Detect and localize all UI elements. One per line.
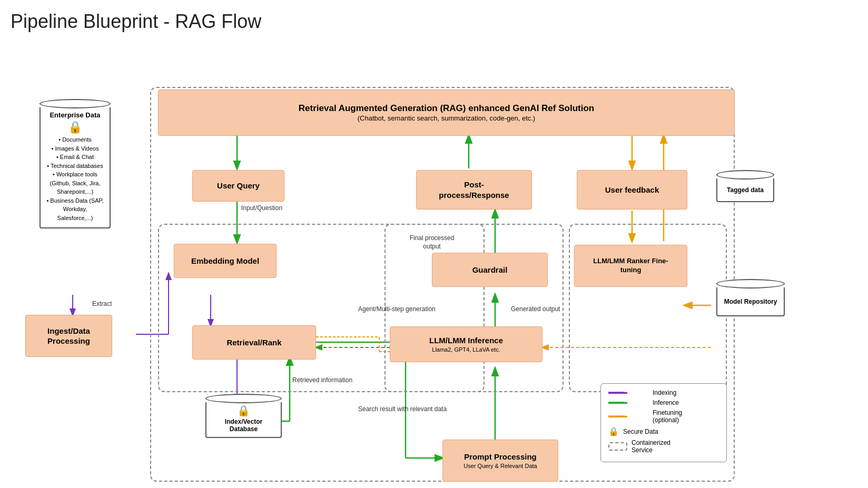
- green-line-icon: [608, 402, 627, 404]
- ingest-data-box: Ingest/Data Processing: [25, 315, 112, 357]
- enterprise-data-title: Enterprise Data: [45, 111, 105, 119]
- llm-ranker-box: LLM/LMM Ranker Fine- tuning: [574, 245, 687, 287]
- retrieval-rank-box: Retrieval/Rank: [192, 325, 316, 360]
- post-process-box: Post- process/Response: [416, 170, 532, 210]
- dashed-box-icon: [608, 442, 627, 451]
- legend-finetuning: Finetuning (optional): [608, 409, 719, 424]
- tagged-data-cylinder: Tagged data: [716, 170, 774, 202]
- legend-secure-data: 🔒 Secure Data: [608, 426, 719, 436]
- prompt-processing-box: Prompt Processing User Query & Relevant …: [442, 440, 558, 482]
- embedding-model-box: Embedding Model: [174, 244, 277, 278]
- legend-box: Indexing Inference Finetuning (optional)…: [600, 383, 727, 462]
- model-repo-label: Model Repository: [724, 298, 777, 305]
- user-feedback-box: User feedback: [577, 170, 687, 210]
- svg-marker-26: [623, 392, 627, 393]
- enterprise-data-cylinder: Enterprise Data 🔒 • Documents • Images &…: [40, 99, 111, 228]
- svg-marker-30: [623, 415, 627, 417]
- page-title: Pipeline Blueprint - RAG Flow: [11, 11, 857, 33]
- retrieved-info-label: Retrieved information: [292, 376, 352, 385]
- llm-inference-box: LLM/LMM Inference Llama2, GPT4, LLaVA et…: [390, 326, 542, 362]
- purple-line-icon: [608, 392, 627, 394]
- diagram: Retrieval Augmented Generation (RAG) enh…: [11, 42, 843, 484]
- legend-indexing: Indexing: [608, 389, 719, 396]
- legend-containerized: Containerized Service: [608, 439, 719, 454]
- index-lock-icon: 🔒: [237, 404, 250, 417]
- tagged-data-label: Tagged data: [727, 186, 764, 194]
- model-repo-cylinder: Model Repository: [716, 279, 785, 316]
- svg-marker-28: [623, 402, 627, 403]
- guardrail-box: Guardrail: [432, 253, 548, 287]
- final-processed-label: Final processed output: [400, 234, 463, 251]
- enterprise-data-items: • Documents • Images & Videos • Email & …: [45, 134, 105, 223]
- lock-legend-icon: 🔒: [608, 426, 619, 436]
- lock-icon: 🔒: [45, 121, 105, 134]
- input-question-label: Input/Question: [241, 204, 282, 213]
- legend-inference: Inference: [608, 399, 719, 406]
- search-result-label: Search result with relevant data: [358, 405, 447, 414]
- index-vector-cylinder: 🔒 Index/Vector Database: [205, 394, 282, 438]
- user-query-box: User Query: [192, 170, 284, 202]
- rag-solution-box: Retrieval Augmented Generation (RAG) enh…: [158, 89, 735, 136]
- extract-label: Extract: [92, 300, 112, 308]
- generated-output-label: Generated output: [511, 305, 560, 314]
- orange-line-icon: [608, 416, 627, 417]
- index-vector-label: Index/Vector Database: [211, 418, 277, 433]
- agent-multistep-label: Agent/Multi-step generation: [358, 305, 436, 314]
